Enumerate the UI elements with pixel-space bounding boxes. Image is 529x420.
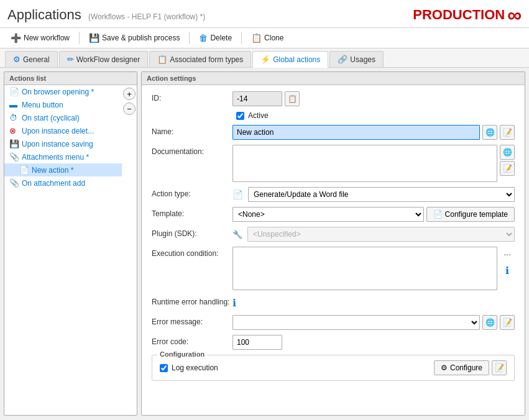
runtime-error-info-button[interactable]: ℹ <box>232 295 236 310</box>
documentation-translate-button[interactable]: 🌐 <box>500 145 515 160</box>
active-checkbox[interactable] <box>236 112 244 120</box>
app-title: Applications (Workflows - HELP F1 (workf… <box>7 7 205 23</box>
action-on-browser-opening[interactable]: 📄 On browser opening * <box>4 85 122 98</box>
settings-panel-title: Action settings <box>142 72 525 85</box>
action-menu-button[interactable]: ▬ Menu button <box>4 98 122 111</box>
action-type-icon: 📄 <box>232 189 243 199</box>
documentation-extra-button[interactable]: 📝 <box>500 161 515 176</box>
execution-condition-ellipsis-button[interactable]: ··· <box>500 247 515 262</box>
log-execution-label: Log execution <box>172 363 218 372</box>
save-publish-button[interactable]: 💾 Save & publish process <box>83 30 185 45</box>
runtime-error-label: Runtime error handling: <box>152 295 232 306</box>
workflow-designer-tab-icon: ✏ <box>67 55 74 64</box>
menu-button-icon: ▬ <box>9 100 19 109</box>
save-icon: 💾 <box>89 33 99 43</box>
action-on-attachment-add[interactable]: 📎 On attachment add <box>4 176 122 189</box>
active-row: Active <box>152 111 515 120</box>
action-type-select[interactable]: Generate/Update a Word file <box>248 187 515 202</box>
execution-condition-label: Execution condition: <box>152 247 232 258</box>
toolbar-separator-2 <box>189 32 190 44</box>
general-tab-icon: ⚙ <box>13 55 21 64</box>
action-type-label: Action type: <box>152 187 232 198</box>
new-workflow-button[interactable]: ➕ New workflow <box>5 30 75 45</box>
error-message-label: Error message: <box>152 315 232 326</box>
settings-panel: Action settings ID: 📋 Active Name: <box>141 71 525 416</box>
delete-button[interactable]: 🗑 Delete <box>193 30 237 45</box>
plugin-sdk-label: Plugin (SDK): <box>152 227 232 238</box>
remove-action-button[interactable]: − <box>123 103 136 115</box>
configure-template-button[interactable]: 📄 Configure template <box>426 207 515 222</box>
new-workflow-icon: ➕ <box>11 33 21 43</box>
clone-icon: 📋 <box>251 33 262 43</box>
error-message-extra-button[interactable]: 📝 <box>500 315 515 330</box>
configure-extra-button[interactable]: 📝 <box>492 360 507 375</box>
documentation-label: Documentation: <box>152 145 232 156</box>
tab-associated-form-types[interactable]: 📋 Associated form types <box>149 51 251 67</box>
configuration-row: Log execution ⚙ Configure 📝 <box>160 360 507 375</box>
action-upon-instance-saving[interactable]: 💾 Upon instance saving <box>4 137 122 150</box>
main-content: Actions list 📄 On browser opening * ▬ Me… <box>0 68 529 419</box>
execution-condition-control: ··· ℹ <box>232 247 515 290</box>
production-badge: PRODUCTION ∞ <box>413 5 522 25</box>
tab-workflow-designer[interactable]: ✏ WorkFlow designer <box>59 51 148 67</box>
settings-content: ID: 📋 Active Name: 🌐 📝 <box>142 85 525 415</box>
plugin-sdk-row: Plugin (SDK): 🔧 <Unspecified> <box>152 227 515 242</box>
execution-condition-info-button[interactable]: ℹ <box>500 263 515 278</box>
template-select[interactable]: <None> <box>232 207 424 222</box>
actions-list-title: Actions list <box>4 72 137 85</box>
name-label: Name: <box>152 125 232 136</box>
form-types-tab-icon: 📋 <box>157 55 167 64</box>
new-action-icon: 📄 <box>19 165 29 175</box>
on-browser-opening-icon: 📄 <box>9 87 19 96</box>
error-code-input[interactable] <box>232 335 282 350</box>
log-execution-checkbox[interactable] <box>160 364 168 372</box>
tab-global-actions[interactable]: ⚡ Global actions <box>252 51 328 68</box>
name-extra-button[interactable]: 📝 <box>500 125 515 140</box>
template-row: Template: <None> 📄 Configure template <box>152 207 515 222</box>
name-row: Name: 🌐 📝 <box>152 125 515 140</box>
log-execution-row: Log execution <box>160 363 218 372</box>
clone-button[interactable]: 📋 Clone <box>246 30 289 45</box>
action-type-control: 📄 Generate/Update a Word file <box>232 187 515 202</box>
delete-icon: 🗑 <box>199 33 208 43</box>
upon-instance-delete-icon: ⊗ <box>9 126 19 135</box>
actions-list-panel: Actions list 📄 On browser opening * ▬ Me… <box>4 71 137 416</box>
id-row: ID: 📋 <box>152 91 515 106</box>
add-action-button[interactable]: + <box>123 88 136 100</box>
name-input[interactable] <box>232 125 480 140</box>
execution-condition-textarea[interactable] <box>232 247 497 290</box>
configuration-section-title: Configuration <box>157 350 207 358</box>
tabs-bar: ⚙ General ✏ WorkFlow designer 📋 Associat… <box>0 48 529 68</box>
configure-button[interactable]: ⚙ Configure <box>434 360 489 375</box>
documentation-textarea[interactable] <box>232 145 497 182</box>
error-message-select[interactable] <box>232 315 480 330</box>
toolbar-separator-1 <box>79 32 80 44</box>
action-attachments-menu[interactable]: 📎 Attachments menu * <box>4 150 122 163</box>
plugin-sdk-select[interactable]: <Unspecified> <box>247 227 515 242</box>
id-label: ID: <box>152 91 232 103</box>
error-message-translate-button[interactable]: 🌐 <box>482 315 497 330</box>
attachments-menu-icon: 📎 <box>9 152 19 162</box>
error-code-label: Error code: <box>152 335 232 346</box>
tab-general[interactable]: ⚙ General <box>5 51 58 67</box>
action-new-action[interactable]: 📄 New action * <box>4 163 122 176</box>
action-upon-instance-delete[interactable]: ⊗ Upon instance delet... <box>4 124 122 137</box>
plugin-sdk-control: 🔧 <Unspecified> <box>232 227 515 242</box>
id-input[interactable] <box>232 91 282 106</box>
execution-condition-row: Execution condition: ··· ℹ <box>152 247 515 290</box>
error-message-row: Error message: 🌐 📝 <box>152 315 515 330</box>
name-control: 🌐 📝 <box>232 125 515 140</box>
template-control: <None> 📄 Configure template <box>232 207 515 222</box>
configure-template-icon: 📄 <box>433 210 443 219</box>
toolbar: ➕ New workflow 💾 Save & publish process … <box>0 28 529 48</box>
id-copy-button[interactable]: 📋 <box>285 91 300 106</box>
configuration-section: Configuration Log execution ⚙ Configure … <box>152 355 515 381</box>
on-start-icon: ⏱ <box>9 113 19 122</box>
toolbar-separator-3 <box>241 32 242 44</box>
name-translate-button[interactable]: 🌐 <box>482 125 497 140</box>
action-on-start[interactable]: ⏱ On start (cyclical) <box>4 111 122 124</box>
template-label: Template: <box>152 207 232 218</box>
on-attachment-add-icon: 📎 <box>9 178 19 188</box>
actions-list-inner: 📄 On browser opening * ▬ Menu button ⏱ O… <box>4 85 137 415</box>
tab-usages[interactable]: 🔗 Usages <box>329 51 384 67</box>
